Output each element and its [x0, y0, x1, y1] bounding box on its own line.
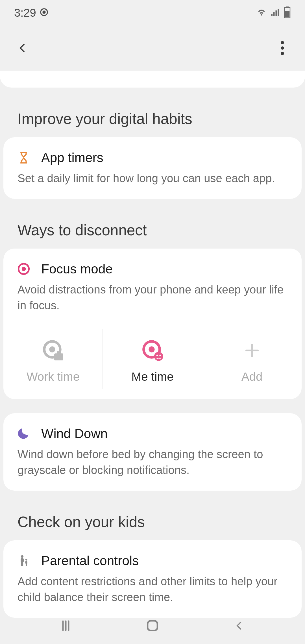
svg-rect-3	[273, 12, 275, 16]
wind-down-title: Wind Down	[41, 426, 108, 441]
moon-icon	[18, 427, 30, 440]
svg-rect-5	[278, 9, 279, 16]
focus-mode-card[interactable]: Focus mode Avoid distractions from your …	[3, 249, 302, 399]
plus-icon	[239, 338, 265, 363]
home-button[interactable]	[144, 617, 161, 634]
status-left: 3:29	[14, 6, 49, 19]
app-timers-card[interactable]: App timers Set a daily limit for how lon…	[3, 137, 302, 199]
parent-child-icon	[18, 554, 30, 567]
svg-point-26	[25, 559, 27, 561]
focus-add[interactable]: Add	[202, 335, 302, 389]
section-title-kids: Check on your kids	[3, 513, 302, 540]
target-icon	[18, 263, 30, 275]
parental-controls-card[interactable]: Parental controls Add content restrictio…	[3, 540, 302, 618]
wifi-icon	[256, 7, 267, 18]
more-options-button[interactable]	[275, 41, 289, 55]
focus-me-time[interactable]: Me time	[103, 335, 202, 389]
alarm-icon	[40, 6, 49, 19]
svg-point-19	[149, 346, 154, 352]
signal-icon	[270, 7, 280, 18]
focus-add-label: Add	[241, 370, 263, 384]
card-fragment	[0, 71, 305, 88]
section-title-disconnect: Ways to disconnect	[3, 221, 302, 249]
card-header: Wind Down	[18, 426, 287, 441]
focus-mode-desc: Avoid distractions from your phone and k…	[18, 282, 287, 313]
svg-point-20	[154, 352, 163, 361]
app-timers-title: App timers	[41, 150, 103, 165]
card-header: Parental controls	[18, 553, 287, 568]
svg-rect-8	[285, 11, 290, 18]
svg-point-13	[22, 267, 26, 271]
svg-point-21	[156, 354, 158, 356]
wind-down-desc: Wind down before bed by changing the scr…	[18, 446, 287, 478]
status-right	[256, 6, 291, 19]
svg-rect-4	[276, 10, 277, 16]
focus-work-time[interactable]: Work time	[3, 335, 103, 389]
focus-me-label: Me time	[131, 370, 173, 384]
nav-bar	[0, 607, 305, 644]
nav-back-button[interactable]	[231, 617, 248, 634]
parental-controls-title: Parental controls	[41, 553, 139, 568]
back-button[interactable]	[16, 41, 30, 55]
focus-mode-title: Focus mode	[41, 261, 113, 277]
card-header: App timers	[18, 150, 287, 165]
svg-rect-17	[56, 351, 60, 354]
svg-point-25	[21, 555, 23, 558]
svg-point-11	[281, 52, 284, 55]
work-time-icon	[40, 338, 66, 363]
svg-point-1	[43, 11, 45, 13]
focus-work-label: Work time	[27, 370, 80, 384]
hourglass-icon	[18, 151, 30, 164]
svg-point-9	[281, 41, 284, 44]
status-bar: 3:29	[0, 0, 305, 25]
battery-icon	[284, 6, 291, 19]
parental-controls-desc: Add content restrictions and other limit…	[18, 573, 287, 605]
app-bar	[0, 25, 305, 71]
recents-button[interactable]	[57, 617, 74, 634]
svg-rect-2	[271, 14, 273, 16]
section-title-habits: Improve your digital habits	[3, 110, 302, 137]
svg-point-22	[159, 354, 161, 356]
card-header: Focus mode	[18, 261, 287, 277]
focus-mode-items: Work time Me time	[3, 326, 302, 389]
status-time: 3:29	[14, 6, 36, 19]
content: Improve your digital habits App timers S…	[0, 71, 305, 618]
svg-rect-30	[148, 621, 158, 631]
me-time-icon	[140, 338, 165, 363]
app-timers-desc: Set a daily limit for how long you can u…	[18, 170, 287, 186]
wind-down-card[interactable]: Wind Down Wind down before bed by changi…	[3, 413, 302, 491]
svg-rect-16	[54, 353, 63, 360]
svg-point-10	[281, 46, 284, 50]
svg-point-15	[49, 346, 55, 352]
